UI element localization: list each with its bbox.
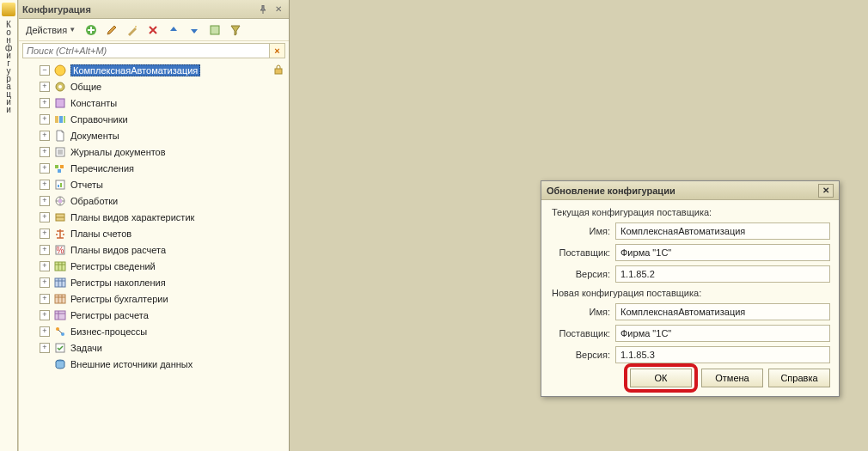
expand-icon[interactable]: + [40, 98, 50, 108]
dialog-title-text: Обновление конфигурации [547, 186, 675, 196]
tree-root[interactable]: −КомплекснаяАвтоматизация [19, 62, 289, 78]
config-icon [2, 3, 15, 16]
svg-rect-28 [55, 311, 65, 320]
chartchar-icon [53, 210, 67, 224]
collapse-icon[interactable]: − [40, 65, 50, 76]
expand-icon[interactable]: + [40, 114, 50, 125]
new-vendor-field: Фирма "1С" [615, 325, 830, 342]
expand-icon[interactable]: + [40, 180, 50, 190]
tree-item[interactable]: +Общие [19, 78, 289, 94]
label-name: Имя: [550, 226, 610, 236]
expand-icon[interactable]: + [40, 163, 50, 174]
tree-item-label: Константы [70, 98, 289, 108]
expand-icon[interactable]: + [40, 326, 50, 337]
expand-icon[interactable]: + [40, 147, 50, 157]
dialog-titlebar[interactable]: Обновление конфигурации ✕ [541, 181, 839, 200]
tree-item[interactable]: +Регистры бухгалтерии [19, 290, 289, 307]
expand-icon[interactable]: + [40, 229, 50, 239]
tree-item[interactable]: +Бизнес-процессы [19, 323, 289, 339]
documents-icon [53, 129, 67, 143]
panel-pin-icon[interactable] [256, 3, 270, 16]
tree-item[interactable]: +Планы видов характеристик [19, 209, 289, 225]
svg-rect-27 [55, 295, 65, 303]
tree-item[interactable]: +Отчеты [19, 176, 289, 192]
tree-item-label: Документы [70, 131, 289, 141]
config-tree[interactable]: −КомплекснаяАвтоматизация+Общие+Констант… [19, 60, 289, 374]
down-icon[interactable] [186, 21, 203, 39]
filter-icon[interactable] [227, 21, 244, 39]
panel-title: Конфигурация [22, 4, 256, 15]
tree-item[interactable]: +%Планы видов расчета [19, 241, 289, 258]
sidebar-tab[interactable]: Конфигурации [0, 0, 18, 451]
expand-icon[interactable]: + [40, 131, 50, 141]
search-clear-button[interactable]: × [270, 43, 285, 58]
tree-item[interactable]: +Перечисления [19, 160, 289, 176]
general-icon [53, 80, 67, 94]
expand-icon[interactable]: + [40, 82, 50, 92]
svg-rect-25 [55, 262, 65, 271]
enums-icon [53, 162, 67, 175]
tree-root-label: КомплекснаяАвтоматизация [70, 64, 200, 76]
wand-icon[interactable] [124, 21, 141, 39]
svg-rect-19 [58, 199, 62, 203]
cancel-button[interactable]: Отмена [701, 369, 763, 387]
svg-rect-8 [55, 116, 58, 123]
accumreg-icon [53, 276, 67, 289]
label-name: Имя: [550, 307, 610, 317]
ok-button[interactable]: ОК [630, 369, 692, 387]
sort-icon[interactable] [206, 21, 223, 39]
sidebar-tab-label: Конфигурации [4, 20, 14, 113]
expand-icon[interactable]: + [40, 343, 50, 353]
ok-highlight: ОК [624, 363, 698, 393]
panel-close-icon[interactable]: ✕ [272, 3, 285, 16]
expand-icon[interactable]: + [40, 245, 50, 255]
panel-toolbar: Действия ▼ [19, 19, 289, 41]
tree-item[interactable]: +Задачи [19, 339, 289, 356]
expand-icon[interactable]: + [40, 294, 50, 304]
section-current-label: Текущая конфигурация поставщика: [552, 207, 830, 217]
actions-menu[interactable]: Действия ▼ [22, 23, 79, 37]
expand-icon[interactable]: + [40, 212, 50, 222]
tree-item[interactable]: +Константы [19, 94, 289, 111]
dataprocessors-icon [53, 194, 67, 208]
svg-text:%: % [57, 246, 64, 255]
tree-item[interactable]: +Регистры расчета [19, 307, 289, 323]
expand-icon[interactable]: + [40, 261, 50, 271]
label-vendor: Поставщик: [550, 328, 610, 338]
tree-item-label: Регистры расчета [70, 310, 289, 320]
reports-icon [53, 178, 67, 192]
bizproc-icon [53, 325, 67, 338]
tree-item[interactable]: +Планы счетов [19, 225, 289, 241]
dialog-close-button[interactable]: ✕ [818, 184, 834, 198]
search-input[interactable] [22, 43, 270, 58]
inforeg-icon [53, 259, 67, 273]
new-name-field: КомплекснаяАвтоматизация [615, 303, 830, 320]
expand-icon[interactable]: + [40, 310, 50, 320]
tree-item[interactable]: +Регистры накопления [19, 274, 289, 290]
delete-icon[interactable] [144, 21, 162, 39]
label-version: Версия: [550, 269, 610, 279]
tree-item[interactable]: +Справочники [19, 111, 289, 127]
tree-item-label: Перечисления [70, 163, 289, 174]
panel-header[interactable]: Конфигурация ✕ [19, 0, 289, 19]
tree-item[interactable]: +Журналы документов [19, 143, 289, 160]
tree-item[interactable]: +Регистры сведений [19, 258, 289, 274]
svg-rect-26 [55, 278, 65, 287]
update-dialog: Обновление конфигурации ✕ Текущая конфиг… [541, 180, 840, 397]
current-name-field: КомплекснаяАвтоматизация [615, 222, 830, 240]
help-button[interactable]: Справка [768, 369, 830, 387]
chartacct-icon [53, 227, 67, 241]
tree-item[interactable]: +Документы [19, 127, 289, 143]
edit-icon[interactable] [103, 21, 120, 39]
up-icon[interactable] [165, 21, 182, 39]
expand-icon[interactable]: + [40, 196, 50, 206]
tree-item[interactable]: +Обработки [19, 192, 289, 209]
tree-item[interactable]: Внешние источники данных [19, 356, 289, 372]
add-icon[interactable] [83, 21, 100, 39]
expand-icon[interactable]: + [40, 277, 50, 288]
catalogs-icon [53, 113, 67, 126]
tree-item-label: Регистры накопления [70, 277, 289, 288]
extdata-icon [53, 357, 67, 371]
tree-item-label: Задачи [70, 343, 289, 353]
svg-rect-12 [55, 165, 58, 168]
